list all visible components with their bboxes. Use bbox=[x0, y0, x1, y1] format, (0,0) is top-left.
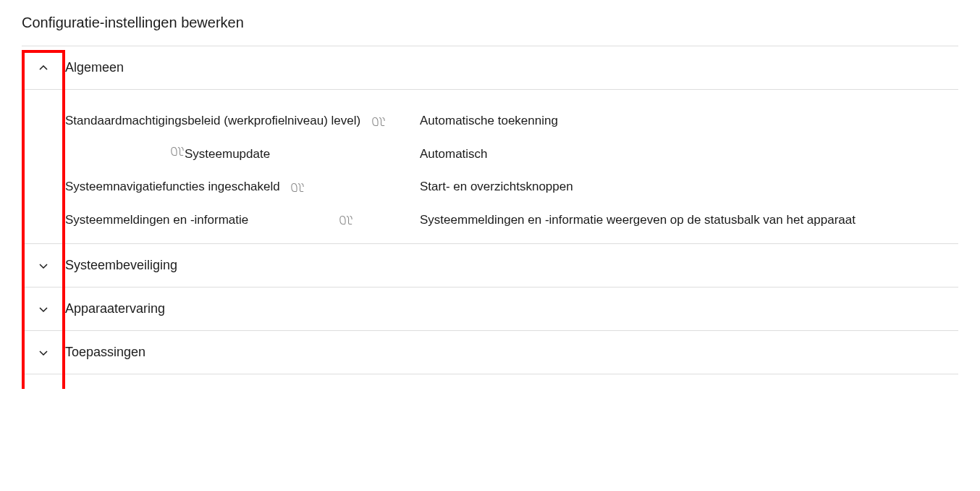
chevron-down-icon bbox=[22, 260, 65, 272]
section-header-applications[interactable]: Toepassingen bbox=[22, 331, 958, 374]
setting-label-text: Systeemnavigatiefuncties ingeschakeld bbox=[65, 180, 280, 193]
setting-label-text: Systeemmeldingen en -informatie bbox=[65, 213, 248, 227]
setting-value: Systeemmeldingen en -informatie weergeve… bbox=[420, 211, 856, 230]
setting-label-text: Standaardmachtigingsbeleid (werkprofieln… bbox=[65, 114, 360, 127]
setting-row-system-notifications: Systeemmeldingen en -informatie Systeemm… bbox=[22, 211, 958, 230]
chevron-down-icon bbox=[22, 347, 65, 358]
setting-value: Automatische toekenning bbox=[420, 112, 558, 130]
copilot-icon[interactable] bbox=[371, 115, 386, 128]
setting-label: Systeemmeldingen en -informatie bbox=[65, 211, 353, 230]
copilot-icon[interactable] bbox=[290, 181, 305, 194]
setting-row-permission-policy: Standaardmachtigingsbeleid (werkprofieln… bbox=[22, 112, 958, 130]
section-title-general: Algemeen bbox=[65, 60, 124, 75]
section-title-security: Systeembeveiliging bbox=[65, 258, 177, 273]
copilot-icon[interactable] bbox=[339, 214, 353, 227]
setting-row-system-update: Systeemupdate Automatisch bbox=[22, 145, 958, 164]
setting-value: Automatisch bbox=[420, 145, 488, 164]
setting-label: Standaardmachtigingsbeleid (werkprofieln… bbox=[65, 112, 386, 130]
page-title: Configuratie-instellingen bewerken bbox=[22, 14, 958, 31]
copilot-icon[interactable] bbox=[170, 145, 185, 158]
section-header-general[interactable]: Algemeen bbox=[22, 46, 958, 90]
setting-label: Systeemnavigatiefuncties ingeschakeld bbox=[65, 177, 305, 196]
section-header-device-experience[interactable]: Apparaatervaring bbox=[22, 288, 958, 331]
sections-list: Algemeen Standaardmachtigingsbeleid (wer… bbox=[22, 46, 958, 374]
setting-label-text: Systeemupdate bbox=[185, 147, 270, 161]
setting-label: Systeemupdate bbox=[65, 145, 270, 164]
chevron-up-icon bbox=[22, 62, 65, 74]
section-content-general: Standaardmachtigingsbeleid (werkprofieln… bbox=[22, 90, 958, 244]
config-settings-panel: Configuratie-instellingen bewerken Algem… bbox=[22, 14, 958, 374]
setting-row-system-nav: Systeemnavigatiefuncties ingeschakeld St… bbox=[22, 177, 958, 196]
section-title-device-experience: Apparaatervaring bbox=[65, 301, 165, 316]
section-title-applications: Toepassingen bbox=[65, 345, 145, 360]
section-header-security[interactable]: Systeembeveiliging bbox=[22, 244, 958, 288]
setting-value: Start- en overzichtsknoppen bbox=[420, 177, 573, 196]
chevron-down-icon bbox=[22, 303, 65, 315]
